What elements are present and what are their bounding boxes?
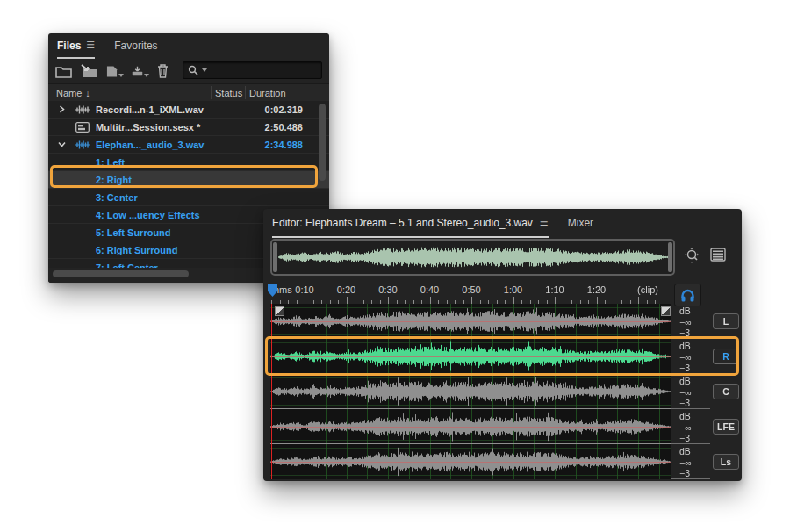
row-name: 3: Center [96, 192, 138, 203]
overview-left-handle[interactable] [273, 242, 277, 272]
overview-navigator[interactable] [270, 239, 675, 276]
import-folder-icon[interactable] [81, 62, 98, 78]
tab-files-label: Files [57, 40, 81, 52]
file-row[interactable]: Elephan..._audio_3.wav2:34.988 [48, 136, 329, 154]
row-duration: 2:34.988 [265, 140, 303, 150]
row-name: Multitr...Session.sesx * [96, 122, 200, 133]
row-name: 2: Right [96, 175, 132, 185]
minus3-label: −3 [679, 433, 690, 443]
fade-in-handle[interactable] [275, 306, 284, 316]
waveform-icon [75, 140, 90, 149]
channel-button-ls[interactable]: Ls [713, 454, 739, 470]
sort-arrow-icon: ↓ [85, 88, 90, 98]
fade-out-handle[interactable] [661, 306, 671, 316]
expander-chevron-icon[interactable] [55, 141, 68, 147]
waveform-icon [75, 105, 90, 114]
neg-infinity-label: −∞ [679, 317, 692, 327]
neg-infinity-label: −∞ [679, 457, 692, 468]
open-folder-icon[interactable] [55, 62, 73, 78]
column-name-label: Name [56, 88, 82, 98]
tab-mixer[interactable]: Mixer [568, 207, 593, 238]
track-list-icon[interactable] [709, 246, 727, 267]
playhead-line [271, 304, 272, 479]
row-name: Elephan..._audio_3.wav [96, 140, 205, 150]
row-name: Recordi...n-1_iXML.wav [96, 104, 204, 115]
horizontal-scrollbar[interactable] [53, 270, 189, 277]
minus3-label: −3 [679, 327, 690, 338]
session-icon [75, 122, 90, 133]
row-name: 6: Right Surround [96, 245, 178, 255]
row-duration: 2:50.486 [265, 122, 303, 133]
minus3-label: −3 [679, 468, 690, 478]
row-name: 1: Left [96, 157, 125, 168]
channel-button-column: LRCLFELs [710, 304, 742, 479]
editor-panel: Editor: Elephants Dream – 5.1 and Stereo… [263, 209, 742, 481]
minus3-label: −3 [679, 398, 690, 408]
column-status[interactable]: Status [215, 88, 242, 98]
column-duration[interactable]: Duration [249, 88, 286, 98]
tab-mixer-label: Mixer [568, 217, 593, 229]
db-scale-column: dB−∞−3dB−∞−3dB−∞−3dB−∞−3dB−∞−3 [672, 304, 710, 479]
waveform-display[interactable] [270, 304, 672, 479]
minus3-label: −3 [679, 363, 690, 373]
channel-button-lfe[interactable]: LFE [713, 419, 739, 435]
neg-infinity-label: −∞ [679, 352, 692, 363]
column-name[interactable]: Name ↓ [48, 88, 90, 98]
db-label: dB [679, 411, 691, 421]
search-caret-icon [202, 68, 207, 72]
channel-button-l[interactable]: L [713, 313, 739, 329]
neg-infinity-label: −∞ [679, 387, 692, 398]
channel-row[interactable]: 2: Right [48, 171, 329, 189]
expander-chevron-icon[interactable] [55, 105, 68, 113]
channel-row[interactable]: 3: Center [48, 189, 329, 206]
ruler-ticks [270, 294, 672, 304]
row-name: 4: Low ...uency Effects [96, 210, 200, 220]
db-label: dB [679, 376, 691, 386]
tab-editor-label: Editor: Elephants Dream – 5.1 and Stereo… [272, 217, 533, 229]
db-scale: dB−∞−3 [672, 339, 710, 374]
column-divider [211, 86, 212, 99]
db-label: dB [679, 341, 691, 351]
channel-row[interactable]: 1: Left [48, 154, 329, 171]
db-scale: dB−∞−3 [672, 444, 710, 479]
overview-waveform [278, 241, 671, 273]
trash-icon[interactable] [157, 62, 175, 78]
new-file-icon[interactable] [106, 62, 124, 78]
column-divider [245, 86, 246, 99]
tab-favorites[interactable]: Favorites [114, 32, 157, 59]
db-scale: dB−∞−3 [672, 409, 710, 444]
save-export-icon[interactable] [132, 62, 149, 78]
files-toolbar [48, 57, 329, 83]
tab-editor[interactable]: Editor: Elephants Dream – 5.1 and Stereo… [272, 207, 549, 238]
db-scale: dB−∞−3 [672, 304, 710, 339]
db-label: dB [679, 306, 691, 316]
file-row[interactable]: Recordi...n-1_iXML.wav0:02.319 [48, 101, 329, 119]
panel-menu-icon[interactable]: ☰ [86, 40, 95, 51]
search-icon [188, 65, 198, 75]
row-name: 5: Left Surround [96, 227, 171, 238]
timeline-ruler[interactable]: hms0:100:200:300:400:501:001:101:20(clip… [270, 283, 672, 304]
files-tabbar: Files ☰ Favorites [48, 33, 329, 57]
files-column-header: Name ↓ Status Duration [48, 83, 329, 102]
zoom-navigate-icon[interactable] [683, 246, 702, 269]
tab-favorites-label: Favorites [114, 40, 157, 52]
headphones-icon [680, 289, 695, 302]
channel-button-c[interactable]: C [713, 384, 739, 399]
row-duration: 0:02.319 [265, 104, 303, 115]
overview-right-handle[interactable] [668, 242, 672, 272]
channel-button-r[interactable]: R [713, 349, 739, 364]
panel-menu-icon[interactable]: ☰ [540, 217, 549, 228]
file-row[interactable]: Multitr...Session.sesx *2:50.486 [48, 119, 329, 136]
vertical-scrollbar[interactable] [319, 104, 326, 181]
db-scale: dB−∞−3 [672, 374, 710, 409]
neg-infinity-label: −∞ [679, 422, 692, 433]
search-input[interactable] [183, 61, 322, 79]
tab-files[interactable]: Files ☰ [57, 32, 95, 59]
db-label: dB [679, 446, 691, 457]
editor-tabbar: Editor: Elephants Dream – 5.1 and Stereo… [263, 209, 742, 235]
